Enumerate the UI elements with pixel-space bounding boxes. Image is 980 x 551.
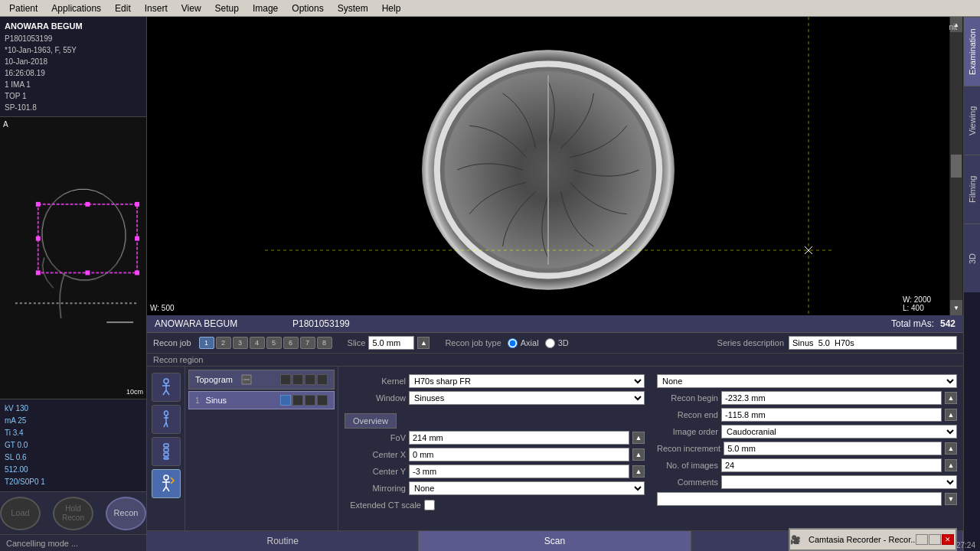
recon-region-input-row: None [657, 373, 957, 390]
recon-end-btn[interactable]: ▲ [945, 409, 957, 421]
extended-ct-label: Extended CT scale [345, 500, 421, 510]
camtasia-max-btn[interactable]: □ [929, 534, 941, 545]
recon-end-input[interactable] [721, 408, 942, 422]
menu-help[interactable]: Help [376, 2, 407, 15]
ct-scroll-track[interactable] [950, 32, 962, 300]
3d-radio[interactable] [545, 338, 555, 348]
image-order-select[interactable]: Caudocranial [721, 425, 957, 439]
patient-ima: 1 IMA 1 [5, 79, 142, 90]
recon-tab-6[interactable]: 6 [283, 337, 299, 349]
spine-icon [157, 442, 175, 461]
ct-scrollbar[interactable]: ▲ ▼ [949, 17, 963, 315]
recon-begin-btn[interactable]: ▲ [945, 392, 957, 404]
camtasia-window: 🎥 Camtasia Recorder - Recor... _ □ ✕ [789, 528, 957, 551]
center-y-btn[interactable]: ▲ [632, 465, 645, 478]
extended-ct-checkbox[interactable] [424, 500, 435, 510]
topogram-view[interactable]: A 10cm [0, 117, 146, 399]
no-images-input[interactable] [721, 458, 942, 472]
sinus-protocol-item[interactable]: 1 Sinus [188, 391, 335, 409]
scan-tab[interactable]: Scan [419, 531, 691, 551]
patient-date: 10-Jan-2018 [5, 56, 142, 67]
menu-view[interactable]: View [175, 2, 207, 15]
series-desc-input[interactable] [789, 336, 957, 350]
ct-scroll-thumb[interactable] [951, 155, 962, 178]
center-x-input[interactable] [409, 448, 629, 461]
comments-select[interactable] [721, 475, 957, 489]
status-text: Cancelling mode ... [6, 539, 78, 548]
sidebar-tab-filming[interactable]: Filming [964, 155, 980, 223]
hold-recon-button[interactable]: HoldRecon [53, 497, 93, 530]
menu-options[interactable]: Options [286, 2, 329, 15]
fov-input[interactable] [409, 431, 629, 445]
ct-image-area[interactable]: W: 2000L: 400 W: 500 [147, 17, 949, 315]
recon-begin-input[interactable] [721, 391, 942, 405]
load-button[interactable]: Load [0, 497, 41, 530]
menu-applications[interactable]: Applications [45, 2, 107, 15]
comments-row: Comments [657, 474, 957, 491]
svg-line-4 [166, 390, 169, 395]
body-side-icon-btn[interactable] [152, 405, 181, 434]
recon-tab-7[interactable]: 7 [300, 337, 315, 349]
menu-image[interactable]: Image [247, 2, 284, 15]
menu-edit[interactable]: Edit [109, 2, 137, 15]
status-bar: Cancelling mode ... [0, 534, 146, 551]
3d-radio-label[interactable]: 3D [545, 338, 569, 348]
window-select[interactable]: Sinuses [409, 391, 645, 405]
series-desc-row: Series description [717, 336, 957, 350]
center-x-btn[interactable]: ▲ [632, 448, 645, 461]
recon-tab-4[interactable]: 4 [250, 337, 265, 349]
topogram-protocol-item[interactable]: Topogram [188, 370, 335, 390]
comments-input[interactable] [657, 492, 942, 506]
slice-up-btn[interactable]: ▲ [417, 337, 430, 349]
recon-tab-8[interactable]: 8 [317, 337, 332, 349]
header-patient-name: ANOWARA BEGUM [155, 318, 277, 329]
recon-button[interactable]: Recon [106, 497, 146, 530]
kernel-select[interactable]: H70s sharp FR [409, 374, 645, 388]
mirroring-label: Mirroring [345, 484, 406, 493]
mirroring-select[interactable]: None [409, 481, 645, 495]
menu-patient[interactable]: Patient [3, 2, 44, 15]
recon-increment-input[interactable] [724, 442, 942, 455]
routine-tab[interactable]: Routine [147, 531, 419, 551]
recon-tab-1[interactable]: 1 [199, 337, 214, 349]
body-front-icon-btn[interactable] [152, 373, 181, 402]
overview-button[interactable]: Overview [345, 413, 397, 429]
menu-setup[interactable]: Setup [209, 2, 245, 15]
sinus-block-1 [280, 395, 291, 406]
camtasia-min-btn[interactable]: _ [916, 534, 928, 545]
fov-btn[interactable]: ▲ [632, 432, 645, 444]
comments-btn[interactable]: ▼ [945, 493, 957, 505]
3d-label: 3D [558, 338, 569, 347]
right-sidebar: Examination Viewing Filming 3D [963, 17, 980, 551]
menu-system[interactable]: System [332, 2, 374, 15]
body-side-icon [157, 410, 175, 429]
body-arrow-icon-btn[interactable] [152, 469, 181, 498]
recon-tab-3[interactable]: 3 [233, 337, 248, 349]
axial-radio[interactable] [508, 338, 518, 348]
topogram-canvas [0, 181, 146, 334]
recon-tab-2[interactable]: 2 [216, 337, 231, 349]
sinus-block-3 [305, 395, 315, 406]
svg-point-0 [164, 379, 168, 383]
ct-corner-br: W: 2000L: 400 [903, 295, 931, 312]
recon-increment-row: Recon increment ▲ [657, 440, 957, 457]
axial-radio-label[interactable]: Axial [508, 338, 539, 348]
recon-increment-btn[interactable]: ▲ [945, 442, 957, 455]
camtasia-close-btn[interactable]: ✕ [942, 534, 954, 545]
no-images-btn[interactable]: ▲ [945, 459, 957, 471]
patient-header-bar: ANOWARA BEGUM P1801053199 Total mAs: 542 [147, 315, 963, 333]
spine-icon-btn[interactable] [152, 437, 181, 466]
ct-scroll-down[interactable]: ▼ [950, 300, 962, 315]
slice-input[interactable] [368, 336, 414, 350]
recon-region-select[interactable]: None [657, 374, 957, 388]
sidebar-tab-viewing[interactable]: Viewing [964, 86, 980, 155]
body-arrow-icon [157, 474, 175, 493]
center-panel: W: 2000L: 400 W: 500 ▲ ▼ ANOWARA BEGUM P… [147, 17, 963, 551]
sidebar-tab-3d[interactable]: 3D [964, 223, 980, 292]
recon-tab-5[interactable]: 5 [266, 337, 282, 349]
sidebar-tab-examination[interactable]: Examination [964, 17, 980, 86]
menu-insert[interactable]: Insert [139, 2, 174, 15]
center-y-input[interactable] [409, 465, 629, 478]
left-panel: ANOWARA BEGUM P1801053199 *10-Jan-1963, … [0, 17, 147, 551]
recon-end-label: Recon end [657, 410, 718, 419]
